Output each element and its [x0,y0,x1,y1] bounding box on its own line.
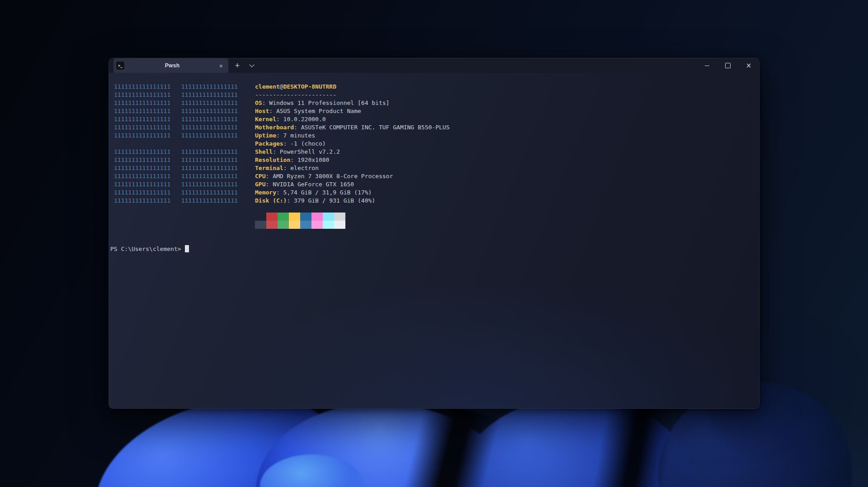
terminal-content[interactable]: 1111111111111111 1111111111111111 111111… [109,73,759,408]
tab-dropdown-button[interactable] [245,58,259,73]
maximize-icon [725,63,731,68]
terminal-prompt-icon: >_ [116,61,124,70]
palette-swatch [255,213,266,221]
palette-swatch [266,221,278,229]
fetch-line: Motherboard: ASUSTeK COMPUTER INC. TUF G… [255,123,449,132]
maximize-button[interactable] [717,58,738,73]
palette-swatch [334,221,345,229]
fetch-line: Resolution: 1920x1080 [255,156,449,164]
prompt-line: PS C:\Users\clement> [110,245,189,253]
fetch-line: Memory: 5,74 GiB / 31,9 GiB (17%) [255,189,449,197]
chevron-down-icon [249,62,254,67]
palette-swatch [323,213,334,221]
titlebar[interactable]: >_ Pwsh × + × [109,58,759,73]
fetch-line: GPU: NVIDIA GeForce GTX 1650 [255,180,449,189]
tab-pwsh[interactable]: >_ Pwsh × [113,58,228,73]
palette-swatch [300,221,311,229]
fetch-line: Host: ASUS System Product Name [255,107,449,115]
palette-swatch [311,221,323,229]
minimize-icon [705,66,709,66]
palette-swatch [255,221,266,229]
new-tab-button[interactable]: + [230,58,245,73]
minimize-button[interactable] [697,58,717,73]
fetch-separator: ----------------------- [255,91,449,99]
palette-swatch [266,213,278,221]
palette-swatch [278,213,289,221]
fetch-line: Packages: -1 (choco) [255,140,449,148]
fetch-line: Terminal: electron [255,164,449,172]
fetch-line: CPU: AMD Ryzen 7 3800X 8-Core Processor [255,172,449,180]
prompt-text: PS C:\Users\clement> [110,246,181,252]
fetch-user-host: clement@DESKTOP-8NUTRRD [255,83,449,91]
palette-swatch [334,213,345,221]
windows11-ascii-logo: 1111111111111111 1111111111111111 111111… [114,83,238,205]
window-controls: × [697,58,759,73]
fetch-line: Shell: PowerShell v7.2.2 [255,148,449,156]
palette-swatch [300,213,311,221]
tab-title: Pwsh [128,62,217,69]
tab-close-icon[interactable]: × [217,62,226,69]
fetch-info: clement@DESKTOP-8NUTRRD-----------------… [255,83,449,205]
palette-swatch [289,221,300,229]
titlebar-drag-region[interactable] [259,58,697,73]
palette-swatch [323,221,334,229]
palette-row-normal [255,213,345,221]
palette-swatch [311,213,323,221]
fetch-line: Uptime: 7 minutes [255,132,449,140]
fetch-line: OS: Windows 11 Professionnel [64 bits] [255,99,449,107]
fetch-line: Disk (C:): 379 GiB / 931 GiB (40%) [255,197,449,205]
terminal-window: >_ Pwsh × + × 1111111111111111 111111111… [108,58,760,409]
color-palette [255,213,345,229]
palette-row-bright [255,221,345,229]
terminal-cursor [185,245,189,252]
palette-swatch [278,221,289,229]
close-button[interactable]: × [738,58,759,73]
palette-swatch [289,213,300,221]
fetch-line: Kernel: 10.0.22000.0 [255,115,449,123]
